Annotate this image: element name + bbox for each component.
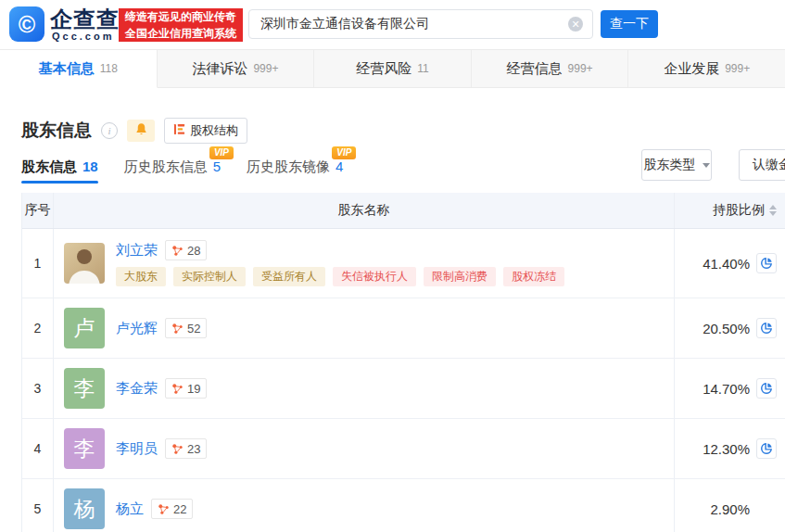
notification-bell-button[interactable]	[127, 120, 155, 142]
equity-structure-button[interactable]: 股权结构	[164, 118, 247, 144]
pie-chart-icon	[760, 442, 773, 455]
sub-tab-2[interactable]: 历史股东信息5VIP	[124, 158, 221, 181]
pie-chart-icon	[760, 322, 773, 335]
section-title: 股东信息	[21, 119, 92, 143]
avatar[interactable]: 李	[64, 428, 105, 469]
sub-tabs: 股东信息18历史股东信息5VIP历史股东镜像4VIP	[21, 158, 343, 181]
row-index: 5	[22, 479, 54, 532]
relation-badge[interactable]: 19	[165, 378, 207, 399]
avatar[interactable]: 卢	[64, 308, 105, 348]
sub-tab-1[interactable]: 股东信息18	[21, 158, 98, 181]
nav-tab-1[interactable]: 基本信息118	[0, 50, 158, 88]
shareholder-name-link[interactable]: 杨立	[116, 500, 144, 518]
table-row: 1刘立荣28大股东实际控制人受益所有人失信被执行人限制高消费股权冻结41.40%	[22, 229, 785, 298]
nav-tab-label: 基本信息	[39, 60, 95, 78]
pie-chart-button[interactable]	[756, 378, 777, 399]
chevron-down-icon	[703, 163, 710, 171]
relation-badge[interactable]: 22	[151, 499, 193, 519]
shareholder-name-link[interactable]: 刘立荣	[116, 242, 158, 260]
name-line: 李金荣19	[116, 378, 207, 399]
nav-tab-count: 999+	[253, 62, 278, 75]
nav-tab-label: 法律诉讼	[192, 60, 247, 78]
nav-tab-count: 118	[100, 62, 118, 75]
relation-icon	[171, 245, 184, 257]
table-row: 5杨杨立222.90%	[22, 479, 785, 532]
pie-chart-button[interactable]	[756, 318, 777, 338]
relation-count: 52	[187, 322, 200, 336]
relation-count: 23	[187, 442, 200, 456]
relation-icon	[171, 443, 184, 455]
pie-chart-button[interactable]	[756, 253, 777, 273]
header-ratio[interactable]: 持股比例	[674, 193, 785, 228]
relation-badge[interactable]: 28	[165, 240, 207, 260]
name-line: 刘立荣28	[116, 240, 572, 260]
header-index: 序号	[22, 193, 54, 228]
pie-chart-button[interactable]	[756, 438, 777, 459]
relation-badge[interactable]: 52	[165, 318, 207, 338]
nav-tab-4[interactable]: 经营信息999+	[472, 50, 629, 88]
table-row: 3李李金荣1914.70%	[22, 359, 785, 419]
bell-icon	[134, 122, 148, 140]
sub-tab-3[interactable]: 历史股东镜像4VIP	[247, 158, 343, 181]
shareholder-cell: 刘立荣28大股东实际控制人受益所有人失信被执行人限制高消费股权冻结	[54, 229, 674, 298]
relation-badge[interactable]: 23	[165, 438, 207, 459]
sub-tab-count: 18	[82, 158, 98, 174]
relation-icon	[171, 383, 184, 395]
nav-tab-2[interactable]: 法律诉讼999+	[158, 50, 315, 88]
shareholder-cell: 杨杨立22	[54, 479, 674, 532]
nav-tab-count: 11	[417, 62, 428, 75]
nav-tab-label: 经营风险	[356, 60, 411, 78]
search-box: ✕	[248, 9, 593, 39]
clear-search-icon[interactable]: ✕	[568, 17, 583, 32]
nav-tab-count: 999+	[568, 62, 593, 75]
sub-tab-label: 历史股东信息	[124, 158, 208, 174]
shareholder-name-link[interactable]: 卢光辉	[116, 320, 158, 337]
row-index: 4	[22, 419, 54, 478]
pie-chart-icon	[760, 382, 773, 395]
search-button[interactable]: 查一下	[601, 10, 658, 38]
shareholder-cell: 李李明员23	[54, 419, 674, 478]
info-icon[interactable]: i	[101, 122, 118, 139]
avatar[interactable]	[64, 243, 105, 284]
company-search-input[interactable]	[249, 17, 568, 32]
pie-chart-icon	[760, 257, 773, 270]
qcc-logo-icon[interactable]: ©	[9, 6, 44, 42]
relation-count: 22	[173, 502, 186, 516]
nav-tab-count: 999+	[725, 62, 750, 75]
nav-tab-5[interactable]: 企业发展999+	[628, 50, 785, 88]
shareholder-info: 卢光辉52	[116, 318, 207, 338]
vip-badge: VIP	[209, 146, 234, 159]
shareholder-info: 杨立22	[116, 499, 193, 519]
equity-structure-label: 股权结构	[190, 122, 238, 139]
shareholder-cell: 李李金荣19	[54, 359, 674, 418]
name-line: 李明员23	[116, 438, 207, 459]
brand-domain: Qcc.com	[52, 31, 114, 42]
relation-icon	[158, 503, 170, 515]
avatar[interactable]: 杨	[64, 488, 105, 529]
paid-capital-button[interactable]: 认缴金	[739, 149, 785, 181]
sort-icon[interactable]	[769, 201, 777, 220]
slogan-line-2: 全国企业信用查询系统	[119, 25, 243, 42]
shareholder-info: 李金荣19	[116, 378, 207, 399]
avatar[interactable]: 李	[64, 368, 105, 409]
table-header: 序号 股东名称 持股比例	[22, 193, 785, 229]
shareholder-type-button[interactable]: 股东类型	[641, 149, 712, 181]
shareholder-info: 刘立荣28大股东实际控制人受益所有人失信被执行人限制高消费股权冻结	[116, 240, 572, 285]
nav-tab-label: 企业发展	[664, 60, 719, 78]
slogan-banner: 缔造有远见的商业传奇 全国企业信用查询系统	[119, 8, 243, 42]
nav-tab-3[interactable]: 经营风险11	[314, 50, 472, 88]
header-name: 股东名称	[54, 193, 674, 228]
header-ratio-label: 持股比例	[713, 202, 765, 219]
row-index: 1	[22, 229, 54, 298]
shareholder-name-link[interactable]: 李金荣	[116, 380, 158, 398]
shareholder-name-link[interactable]: 李明员	[116, 440, 158, 458]
sub-tab-label: 历史股东镜像	[247, 158, 330, 174]
ratio-value: 41.40%	[703, 256, 750, 272]
nav-tab-label: 经营信息	[507, 60, 563, 78]
shareholder-info: 李明员23	[116, 438, 207, 459]
shareholder-tag: 实际控制人	[173, 267, 246, 285]
shareholder-type-label: 股东类型	[644, 157, 696, 173]
sub-tab-label: 股东信息	[21, 158, 77, 174]
tags-line: 大股东实际控制人受益所有人失信被执行人限制高消费股权冻结	[116, 267, 572, 285]
name-line: 杨立22	[116, 499, 193, 519]
